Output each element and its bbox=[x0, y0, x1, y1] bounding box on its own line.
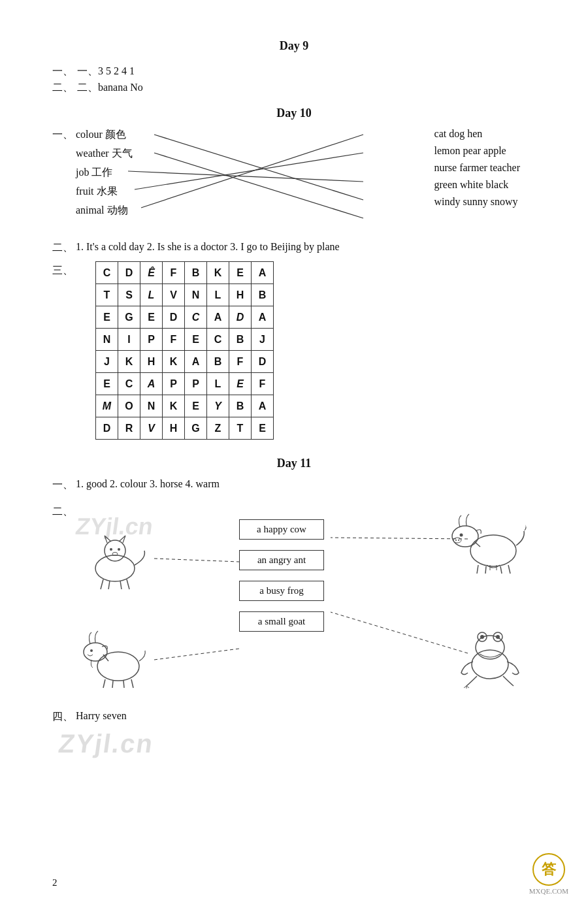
grid-cell: V bbox=[163, 284, 185, 306]
day10-title: Day 10 bbox=[276, 106, 312, 120]
grid-cell: Z bbox=[207, 417, 229, 440]
grid-cell: G bbox=[185, 417, 207, 440]
grid-cell: E bbox=[140, 306, 163, 329]
grid-cell: K bbox=[163, 395, 185, 417]
grid-cell: K bbox=[163, 351, 185, 373]
day11-er-label: 二、 bbox=[52, 505, 73, 519]
grid-cell: C bbox=[207, 329, 229, 351]
svg-line-3 bbox=[135, 153, 363, 189]
grid-row-5: J K H K A B F D bbox=[96, 351, 274, 373]
grid-cell: B bbox=[229, 329, 252, 351]
day11-si-content: Harry seven bbox=[76, 710, 127, 722]
day10-er-content: 1. It's a cold day 2. Is she is a doctor… bbox=[76, 241, 340, 253]
svg-line-43 bbox=[154, 559, 239, 562]
grid-cell: F bbox=[252, 373, 274, 395]
grid-cell: A bbox=[252, 262, 274, 284]
grid-cell: P bbox=[140, 329, 163, 351]
day11-matching-section: ZYjl.cn bbox=[76, 500, 536, 702]
day10-yi-label: 一、 bbox=[52, 128, 73, 142]
grid-cell: N bbox=[185, 284, 207, 306]
grid-cell: P bbox=[163, 373, 185, 395]
day9-yi-content: 一、3 5 2 4 1 bbox=[77, 65, 135, 78]
grid-cell: H bbox=[163, 417, 185, 440]
grid-cell: N bbox=[140, 395, 163, 417]
grid-cell: J bbox=[96, 351, 118, 373]
grid-cell: D bbox=[252, 351, 274, 373]
svg-line-44 bbox=[331, 612, 468, 653]
day9-er-label: 二、 bbox=[52, 81, 73, 95]
svg-line-4 bbox=[141, 135, 363, 208]
svg-line-45 bbox=[154, 649, 239, 660]
grid-cell: L bbox=[207, 373, 229, 395]
grid-cell: E bbox=[185, 329, 207, 351]
grid-row-4: N I P F E C B J bbox=[96, 329, 274, 351]
grid-cell: F bbox=[163, 329, 185, 351]
grid-cell: E bbox=[96, 306, 118, 329]
day10-san-label: 三、 bbox=[52, 264, 73, 278]
grid-cell: N bbox=[96, 329, 118, 351]
grid-cell: C bbox=[118, 373, 140, 395]
day9-er-content: 二、banana No bbox=[77, 81, 143, 95]
grid-cell: A bbox=[252, 395, 274, 417]
grid-cell: F bbox=[229, 351, 252, 373]
svg-line-1 bbox=[154, 153, 363, 218]
grid-cell: C bbox=[185, 306, 207, 329]
grid-cell: A bbox=[252, 306, 274, 329]
grid-cell: Y bbox=[207, 395, 229, 417]
grid-row-2: T S L V N L H B bbox=[96, 284, 274, 306]
matching-lines bbox=[76, 128, 520, 236]
day11-yi-label: 一、 bbox=[52, 478, 73, 492]
grid-cell: E bbox=[185, 395, 207, 417]
grid-cell: K bbox=[207, 262, 229, 284]
grid-cell: D bbox=[96, 417, 118, 440]
grid-cell: G bbox=[118, 306, 140, 329]
grid-cell: B bbox=[252, 284, 274, 306]
grid-cell: B bbox=[207, 351, 229, 373]
grid-cell: E bbox=[229, 373, 252, 395]
svg-line-2 bbox=[128, 171, 363, 182]
word-search-grid: C D Ê F B K E A T S L V N L H B E G E D … bbox=[95, 261, 274, 440]
grid-cell: E bbox=[96, 373, 118, 395]
bottom-watermark: ZYjl.cn bbox=[57, 729, 538, 758]
grid-cell: A bbox=[185, 351, 207, 373]
watermark-top: ZYjl.cn bbox=[74, 513, 155, 540]
grid-cell: E bbox=[252, 417, 274, 440]
svg-line-0 bbox=[154, 135, 363, 200]
grid-cell: K bbox=[118, 351, 140, 373]
grid-cell: I bbox=[118, 329, 140, 351]
grid-cell: T bbox=[96, 284, 118, 306]
day10-er-label: 二、 bbox=[52, 241, 73, 255]
day9-yi-label: 一、 bbox=[52, 65, 73, 78]
grid-cell: L bbox=[140, 284, 163, 306]
day9-title: Day 9 bbox=[280, 39, 309, 52]
grid-cell: D bbox=[163, 306, 185, 329]
grid-cell: T bbox=[229, 417, 252, 440]
bottom-right-logo: 答 MXQE.COM bbox=[529, 853, 568, 895]
grid-cell: R bbox=[118, 417, 140, 440]
grid-row-8: D R V H G Z T E bbox=[96, 417, 274, 440]
grid-row-1: C D Ê F B K E A bbox=[96, 262, 274, 284]
day11-si-label: 四、 bbox=[52, 710, 73, 724]
grid-cell: O bbox=[118, 395, 140, 417]
grid-cell: P bbox=[185, 373, 207, 395]
grid-cell: L bbox=[207, 284, 229, 306]
grid-row-7: M O N K E Y B A bbox=[96, 395, 274, 417]
grid-cell: D bbox=[118, 262, 140, 284]
grid-cell: F bbox=[163, 262, 185, 284]
page-number: 2 bbox=[52, 877, 57, 888]
grid-cell: B bbox=[185, 262, 207, 284]
grid-cell: A bbox=[140, 373, 163, 395]
grid-cell: H bbox=[140, 351, 163, 373]
grid-row-3: E G E D C A D A bbox=[96, 306, 274, 329]
day11-yi-content: 1. good 2. colour 3. horse 4. warm bbox=[76, 478, 220, 490]
grid-cell: A bbox=[207, 306, 229, 329]
grid-cell: V bbox=[140, 417, 163, 440]
grid-cell: J bbox=[252, 329, 274, 351]
grid-cell: H bbox=[229, 284, 252, 306]
grid-cell: S bbox=[118, 284, 140, 306]
grid-cell: B bbox=[229, 395, 252, 417]
svg-line-42 bbox=[331, 538, 468, 539]
grid-cell: D bbox=[229, 306, 252, 329]
grid-cell: E bbox=[229, 262, 252, 284]
grid-row-6: E C A P P L E F bbox=[96, 373, 274, 395]
